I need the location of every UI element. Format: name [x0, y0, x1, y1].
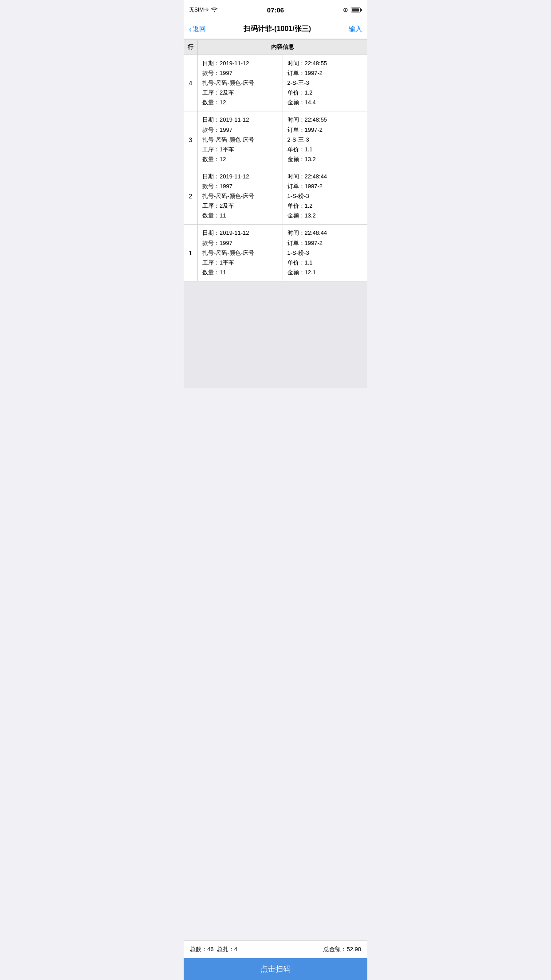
row-right: 时间：22:48:55 订单：1997-2 2-S-王-3 单价：1.1 金额：… [283, 111, 368, 167]
input-button[interactable]: 输入 [349, 25, 362, 33]
row-price: 单价：1.2 [287, 201, 363, 211]
table-row: 2 日期：2019-11-12 款号：1997 扎号-尺码-颜色-床号 工序：2… [184, 168, 367, 225]
row-content: 日期：2019-11-12 款号：1997 扎号-尺码-颜色-床号 工序：1平车… [198, 225, 367, 281]
row-order: 订单：1997-2 [287, 68, 363, 78]
row-qty: 数量：11 [202, 211, 278, 221]
header-row-col: 行 [184, 40, 198, 55]
row-spec: 2-S-王-3 [287, 135, 363, 145]
row-process: 工序：2及车 [202, 201, 278, 211]
world-icon: ⊕ [343, 6, 348, 13]
row-process: 工序：1平车 [202, 145, 278, 154]
row-price: 单价：1.1 [287, 258, 363, 268]
back-label: 返回 [193, 25, 206, 33]
row-amount: 金额：13.2 [287, 154, 363, 164]
wifi-icon [211, 7, 218, 13]
header-content-col: 内容信息 [198, 40, 367, 55]
row-time: 时间：22:48:55 [287, 59, 363, 68]
row-process: 工序：1平车 [202, 258, 278, 268]
data-table: 行 内容信息 4 日期：2019-11-12 款号：1997 扎号-尺码-颜色-… [184, 39, 367, 281]
carrier-label: 无SIM卡 [189, 6, 209, 14]
row-price: 单价：1.1 [287, 145, 363, 154]
row-spec: 1-S-粉-3 [287, 191, 363, 201]
battery-icon [351, 8, 362, 12]
row-style: 款号：1997 [202, 238, 278, 248]
row-style: 款号：1997 [202, 68, 278, 78]
row-process: 工序：2及车 [202, 88, 278, 98]
row-time: 时间：22:48:44 [287, 228, 363, 238]
status-right: ⊕ [343, 6, 362, 13]
row-date: 日期：2019-11-12 [202, 115, 278, 125]
row-code: 扎号-尺码-颜色-床号 [202, 248, 278, 258]
row-content: 日期：2019-11-12 款号：1997 扎号-尺码-颜色-床号 工序：2及车… [198, 168, 367, 224]
row-style: 款号：1997 [202, 125, 278, 135]
row-number: 4 [184, 55, 198, 111]
row-spec: 2-S-王-3 [287, 78, 363, 88]
row-code: 扎号-尺码-颜色-床号 [202, 135, 278, 145]
row-right: 时间：22:48:44 订单：1997-2 1-S-粉-3 单价：1.1 金额：… [283, 225, 368, 281]
row-date: 日期：2019-11-12 [202, 228, 278, 238]
table-row: 4 日期：2019-11-12 款号：1997 扎号-尺码-颜色-床号 工序：2… [184, 55, 367, 111]
row-amount: 金额：14.4 [287, 98, 363, 107]
nav-title: 扫码计菲-(1001/张三) [244, 24, 311, 34]
row-content: 日期：2019-11-12 款号：1997 扎号-尺码-颜色-床号 工序：1平车… [198, 111, 367, 167]
row-right: 时间：22:48:44 订单：1997-2 1-S-粉-3 单价：1.2 金额：… [283, 168, 368, 224]
nav-bar: ‹ 返回 扫码计菲-(1001/张三) 输入 [184, 20, 367, 39]
row-left: 日期：2019-11-12 款号：1997 扎号-尺码-颜色-床号 工序：2及车… [198, 168, 283, 224]
table-row: 1 日期：2019-11-12 款号：1997 扎号-尺码-颜色-床号 工序：1… [184, 225, 367, 281]
status-time: 07:06 [267, 6, 284, 14]
row-content: 日期：2019-11-12 款号：1997 扎号-尺码-颜色-床号 工序：2及车… [198, 55, 367, 111]
row-number: 3 [184, 111, 198, 167]
row-qty: 数量：12 [202, 154, 278, 164]
row-code: 扎号-尺码-颜色-床号 [202, 191, 278, 201]
row-order: 订单：1997-2 [287, 238, 363, 248]
row-order: 订单：1997-2 [287, 125, 363, 135]
row-time: 时间：22:48:55 [287, 115, 363, 125]
row-date: 日期：2019-11-12 [202, 172, 278, 182]
back-button[interactable]: ‹ 返回 [189, 25, 206, 33]
row-order: 订单：1997-2 [287, 182, 363, 191]
row-number: 2 [184, 168, 198, 224]
row-left: 日期：2019-11-12 款号：1997 扎号-尺码-颜色-床号 工序：2及车… [198, 55, 283, 111]
table-header: 行 内容信息 [184, 39, 367, 55]
row-spec: 1-S-粉-3 [287, 248, 363, 258]
row-price: 单价：1.2 [287, 88, 363, 98]
status-left: 无SIM卡 [189, 6, 218, 14]
row-amount: 金额：13.2 [287, 211, 363, 221]
table-row: 3 日期：2019-11-12 款号：1997 扎号-尺码-颜色-床号 工序：1… [184, 111, 367, 168]
row-time: 时间：22:48:44 [287, 172, 363, 182]
row-left: 日期：2019-11-12 款号：1997 扎号-尺码-颜色-床号 工序：1平车… [198, 111, 283, 167]
row-amount: 金额：12.1 [287, 268, 363, 277]
row-qty: 数量：12 [202, 98, 278, 107]
status-bar: 无SIM卡 07:06 ⊕ [184, 0, 367, 20]
back-chevron-icon: ‹ [189, 25, 192, 33]
row-left: 日期：2019-11-12 款号：1997 扎号-尺码-颜色-床号 工序：1平车… [198, 225, 283, 281]
row-style: 款号：1997 [202, 182, 278, 191]
row-right: 时间：22:48:55 订单：1997-2 2-S-王-3 单价：1.2 金额：… [283, 55, 368, 111]
row-date: 日期：2019-11-12 [202, 59, 278, 68]
row-code: 扎号-尺码-颜色-床号 [202, 78, 278, 88]
row-qty: 数量：11 [202, 268, 278, 277]
row-number: 1 [184, 225, 198, 281]
empty-area [184, 281, 367, 388]
